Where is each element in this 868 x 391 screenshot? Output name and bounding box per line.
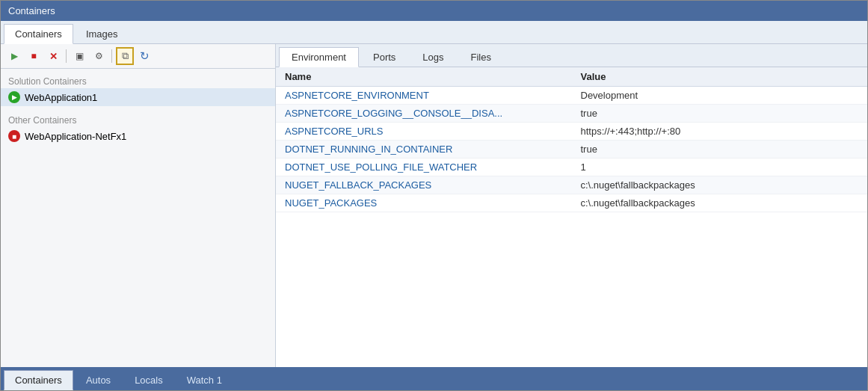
environment-table: Name Value ASPNETCORE_ENVIRONMENTDevelop… (276, 67, 867, 212)
env-name-cell: ASPNETCORE_URLS (276, 123, 572, 141)
tab-ports[interactable]: Ports (360, 47, 408, 67)
env-value-cell: true (572, 141, 868, 158)
refresh-icon (140, 49, 150, 63)
table-row: ASPNETCORE_URLShttps://+:443;http://+:80 (276, 123, 867, 141)
bottom-tab-autos[interactable]: Autos (75, 370, 122, 390)
terminal-button[interactable] (70, 47, 88, 65)
table-header: Name Value (276, 67, 867, 87)
table-row: DOTNET_RUNNING_IN_CONTAINERtrue (276, 141, 867, 158)
table-row: DOTNET_USE_POLLING_FILE_WATCHER1 (276, 158, 867, 176)
main-window: Containers Containers Images (0, 0, 868, 391)
refresh-button[interactable] (135, 47, 153, 65)
container-name-webapp1: WebApplication1 (25, 92, 97, 103)
play-icon (11, 51, 18, 61)
tab-images[interactable]: Images (75, 24, 129, 43)
col-header-name: Name (276, 67, 572, 87)
play-button[interactable] (5, 47, 23, 65)
table-row: ASPNETCORE_LOGGING__CONSOLE__DISA...true (276, 105, 867, 123)
stop-button[interactable] (25, 47, 43, 65)
container-name-webappnetfx: WebApplication-NetFx1 (25, 131, 126, 142)
remove-button[interactable] (44, 47, 62, 65)
stop-icon (31, 51, 36, 61)
table-row: ASPNETCORE_ENVIRONMENTDevelopment (276, 87, 867, 105)
window-title: Containers (8, 5, 55, 16)
env-name-cell: DOTNET_USE_POLLING_FILE_WATCHER (276, 158, 572, 176)
separator-1 (66, 49, 67, 63)
copy-button[interactable]: ⧉ (116, 47, 134, 65)
env-name-cell: ASPNETCORE_LOGGING__CONSOLE__DISA... (276, 105, 572, 123)
env-value-cell: c:\.nuget\fallbackpackages (572, 194, 868, 212)
tab-containers[interactable]: Containers (4, 24, 73, 44)
env-value-cell: c:\.nuget\fallbackpackages (572, 176, 868, 194)
bottom-tab-watch1[interactable]: Watch 1 (176, 370, 233, 390)
title-bar: Containers (1, 1, 867, 21)
toolbar: ⧉ (1, 44, 275, 69)
gear-icon (95, 51, 103, 61)
tab-environment[interactable]: Environment (279, 47, 359, 67)
containers-list: Solution Containers ▶ WebApplication1 Ot… (1, 69, 275, 367)
env-value-cell: true (572, 105, 868, 123)
left-panel-tabs: Containers Images (1, 21, 867, 44)
bottom-tabs: Containers Autos Locals Watch 1 (1, 367, 867, 390)
left-panel: ⧉ Solution Containers ▶ WebApplication1 … (1, 44, 276, 367)
env-name-cell: DOTNET_RUNNING_IN_CONTAINER (276, 141, 572, 158)
main-area: ⧉ Solution Containers ▶ WebApplication1 … (1, 44, 867, 367)
bottom-tab-locals[interactable]: Locals (123, 370, 174, 390)
bottom-tab-containers[interactable]: Containers (4, 370, 73, 390)
env-name-cell: NUGET_PACKAGES (276, 194, 572, 212)
env-value-cell: 1 (572, 158, 868, 176)
environment-table-container: Name Value ASPNETCORE_ENVIRONMENTDevelop… (276, 67, 867, 367)
status-icon-running: ▶ (8, 91, 20, 103)
copy-icon: ⧉ (122, 50, 129, 62)
env-value-cell: https://+:443;http://+:80 (572, 123, 868, 141)
terminal-icon (76, 51, 84, 61)
env-name-cell: ASPNETCORE_ENVIRONMENT (276, 87, 572, 105)
table-row: NUGET_PACKAGESc:\.nuget\fallbackpackages (276, 194, 867, 212)
table-body: ASPNETCORE_ENVIRONMENTDevelopmentASPNETC… (276, 87, 867, 212)
env-name-cell: NUGET_FALLBACK_PACKAGES (276, 176, 572, 194)
tab-logs[interactable]: Logs (410, 47, 456, 67)
table-row: NUGET_FALLBACK_PACKAGESc:\.nuget\fallbac… (276, 176, 867, 194)
other-containers-header: Other Containers (1, 112, 275, 127)
tab-files[interactable]: Files (458, 47, 504, 67)
solution-containers-header: Solution Containers (1, 73, 275, 88)
col-header-value: Value (572, 67, 868, 87)
x-icon (49, 51, 58, 62)
container-item-webapp1[interactable]: ▶ WebApplication1 (1, 88, 275, 106)
gear-button[interactable] (90, 47, 108, 65)
separator-2 (111, 49, 112, 63)
container-item-webappnetfx[interactable]: ■ WebApplication-NetFx1 (1, 127, 275, 145)
right-panel-tabs: Environment Ports Logs Files (276, 44, 867, 67)
right-panel: Environment Ports Logs Files Name (276, 44, 867, 367)
status-icon-stopped: ■ (8, 130, 20, 142)
env-value-cell: Development (572, 87, 868, 105)
